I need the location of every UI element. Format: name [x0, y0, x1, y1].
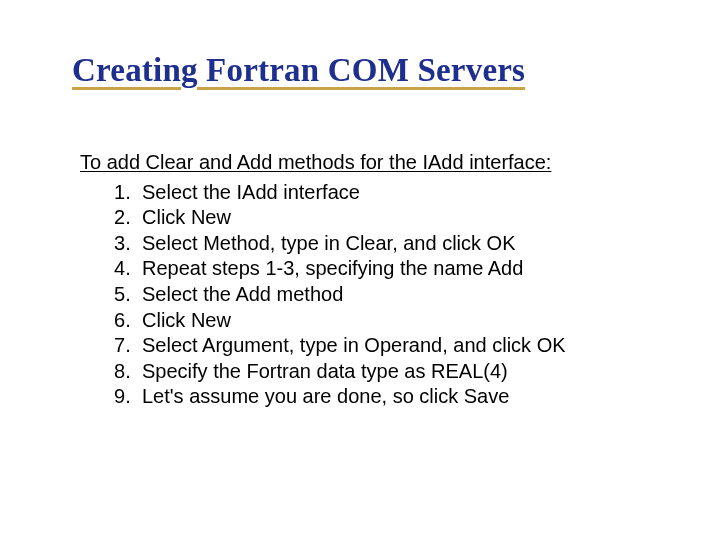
step-item: Select Method, type in Clear, and click …: [114, 231, 640, 257]
intro-text: To add Clear and Add methods for the IAd…: [80, 150, 640, 176]
title-area: Creating Fortran COM Servers: [72, 52, 660, 89]
step-text: Select Argument, type in Operand, and cl…: [142, 334, 566, 356]
body-area: To add Clear and Add methods for the IAd…: [80, 150, 640, 410]
step-text: Specify the Fortran data type as REAL(4): [142, 360, 508, 382]
step-text: Select Method, type in Clear, and click …: [142, 232, 516, 254]
step-text: Let's assume you are done, so click Save: [142, 385, 509, 407]
slide-title: Creating Fortran COM Servers: [72, 52, 660, 89]
step-item: Select Argument, type in Operand, and cl…: [114, 333, 640, 359]
step-text: Click New: [142, 206, 231, 228]
step-item: Select the Add method: [114, 282, 640, 308]
slide: Creating Fortran COM Servers To add Clea…: [0, 0, 720, 540]
step-text: Repeat steps 1-3, specifying the name Ad…: [142, 257, 523, 279]
step-item: Select the IAdd interface: [114, 180, 640, 206]
step-item: Click New: [114, 205, 640, 231]
steps-list: Select the IAdd interface Click New Sele…: [114, 180, 640, 410]
step-text: Select the Add method: [142, 283, 343, 305]
step-item: Specify the Fortran data type as REAL(4): [114, 359, 640, 385]
step-text: Select the IAdd interface: [142, 181, 360, 203]
step-text: Click New: [142, 309, 231, 331]
step-item: Click New: [114, 308, 640, 334]
step-item: Let's assume you are done, so click Save: [114, 384, 640, 410]
step-item: Repeat steps 1-3, specifying the name Ad…: [114, 256, 640, 282]
